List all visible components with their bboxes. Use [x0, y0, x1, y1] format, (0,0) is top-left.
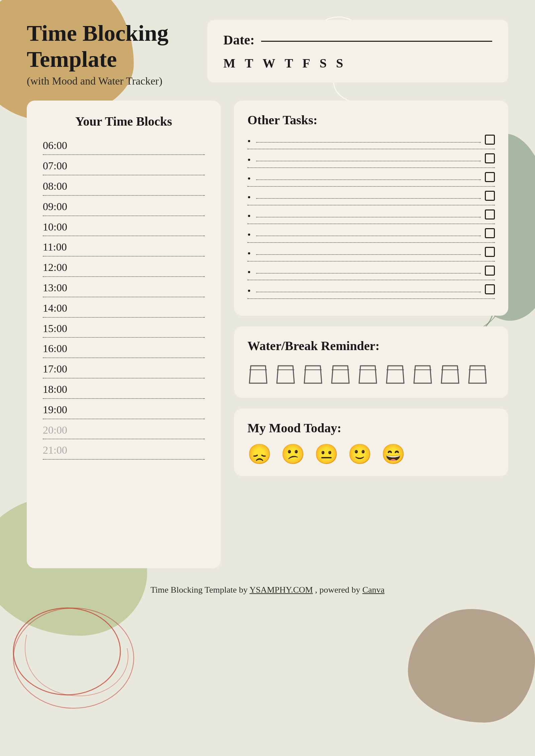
time-entry: 12:00 — [43, 260, 205, 277]
water-cup-icon[interactable] — [439, 362, 461, 386]
mood-emoji-1[interactable]: 😕 — [281, 445, 305, 464]
water-cup-icon[interactable] — [275, 362, 296, 386]
time-label: 10:00 — [43, 219, 205, 235]
time-entry: 14:00 — [43, 301, 205, 318]
task-bullet: • — [247, 155, 251, 165]
footer-canva-link[interactable]: Canva — [362, 585, 385, 595]
time-label: 12:00 — [43, 260, 205, 275]
task-checkbox[interactable] — [485, 172, 495, 182]
time-entry: 09:00 — [43, 199, 205, 216]
day-tue: T — [245, 56, 253, 70]
footer-text-middle: , powered by — [313, 585, 362, 595]
task-dotted — [256, 292, 481, 292]
task-full-dotted — [247, 167, 495, 168]
main-title: Time Blocking Template — [27, 20, 194, 72]
task-checkbox[interactable] — [485, 247, 495, 257]
time-label: 07:00 — [43, 158, 205, 173]
task-checkbox[interactable] — [485, 153, 495, 163]
time-entry: 11:00 — [43, 240, 205, 257]
task-line-checkbox — [256, 229, 495, 238]
task-full-dotted — [247, 242, 495, 243]
day-mon: M — [223, 56, 235, 70]
task-bullet: • — [247, 248, 251, 259]
tasks-title: Other Tasks: — [247, 113, 495, 127]
dotted-line — [43, 459, 205, 460]
task-line-checkbox — [256, 191, 495, 201]
day-thu: T — [285, 56, 293, 70]
dotted-line — [43, 195, 205, 196]
time-label: 14:00 — [43, 301, 205, 316]
day-wed: W — [262, 56, 275, 70]
dotted-line — [43, 398, 205, 399]
task-item: • — [247, 229, 495, 243]
right-column: Other Tasks: • • • — [234, 101, 508, 476]
task-dotted — [256, 273, 481, 274]
task-full-dotted — [247, 298, 495, 299]
task-dotted — [256, 254, 481, 255]
time-entries-container: 06:00 07:00 08:00 09:00 10:00 11:00 12:0… — [43, 138, 205, 460]
time-entry: 18:00 — [43, 382, 205, 399]
task-full-dotted — [247, 205, 495, 205]
time-entry: 15:00 — [43, 321, 205, 338]
time-entry: 08:00 — [43, 179, 205, 196]
mood-emoji-4[interactable]: 😄 — [381, 445, 405, 464]
time-label: 15:00 — [43, 321, 205, 336]
task-item: • — [247, 266, 495, 280]
time-label: 19:00 — [43, 402, 205, 417]
dotted-line — [43, 175, 205, 175]
water-cup-icon[interactable] — [330, 362, 351, 386]
time-blocks-title: Your Time Blocks — [43, 114, 205, 129]
task-item: • — [247, 191, 495, 205]
task-checkbox[interactable] — [485, 284, 495, 294]
task-full-dotted — [247, 261, 495, 262]
time-entry: 10:00 — [43, 219, 205, 237]
dotted-line — [43, 276, 205, 277]
task-line-checkbox — [256, 266, 495, 276]
task-dotted — [256, 217, 481, 217]
dotted-line — [43, 337, 205, 338]
water-cup-icon[interactable] — [357, 362, 379, 386]
date-label: Date: — [223, 32, 254, 48]
task-dotted — [256, 179, 481, 180]
time-blocks-panel: Your Time Blocks 06:00 07:00 08:00 09:00… — [27, 101, 221, 568]
dotted-line — [43, 256, 205, 257]
task-item: • — [247, 135, 495, 149]
title-block: Time Blocking Template (with Mood and Wa… — [27, 20, 194, 87]
water-cup-icon[interactable] — [247, 362, 269, 386]
task-line-checkbox — [256, 210, 495, 219]
day-fri: F — [303, 56, 310, 70]
footer: Time Blocking Template by YSAMPHY.COM , … — [27, 585, 508, 595]
water-cup-icon[interactable] — [412, 362, 433, 386]
task-row: • — [247, 248, 495, 259]
water-cups-container — [247, 362, 495, 386]
water-cup-icon[interactable] — [385, 362, 406, 386]
task-dotted — [256, 198, 481, 199]
time-entry: 07:00 — [43, 158, 205, 175]
mood-emoji-2[interactable]: 😐 — [314, 445, 338, 464]
task-bullet: • — [247, 136, 251, 147]
day-sat: S — [320, 56, 327, 70]
task-checkbox[interactable] — [485, 135, 495, 145]
task-line-checkbox — [256, 154, 495, 163]
mood-emoji-0[interactable]: 😞 — [247, 445, 272, 464]
mood-emojis-container: 😞😕😐🙂😄 — [247, 445, 495, 464]
task-checkbox[interactable] — [485, 228, 495, 238]
task-item: • — [247, 154, 495, 168]
task-row: • — [247, 135, 495, 147]
task-checkbox[interactable] — [485, 266, 495, 276]
mood-emoji-3[interactable]: 🙂 — [348, 445, 372, 464]
time-entry: 13:00 — [43, 280, 205, 297]
task-checkbox[interactable] — [485, 209, 495, 219]
day-sun: S — [336, 56, 343, 70]
water-cup-icon[interactable] — [467, 362, 488, 386]
dotted-line — [43, 439, 205, 439]
blob-brown — [408, 609, 535, 723]
task-bullet: • — [247, 286, 251, 296]
water-cup-icon[interactable] — [302, 362, 324, 386]
time-entry: 16:00 — [43, 341, 205, 358]
footer-site-link[interactable]: YSAMPHY.COM — [249, 585, 313, 595]
header: Time Blocking Template (with Mood and Wa… — [27, 20, 508, 87]
time-label: 08:00 — [43, 179, 205, 194]
task-checkbox[interactable] — [485, 191, 495, 201]
time-label: 11:00 — [43, 240, 205, 255]
